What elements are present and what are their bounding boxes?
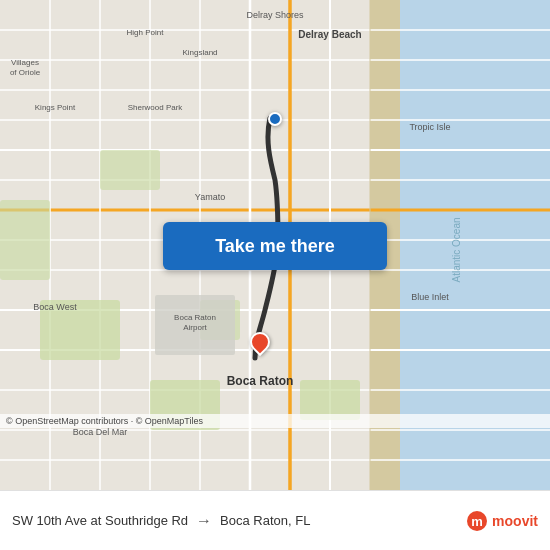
svg-text:Yamato: Yamato xyxy=(195,192,225,202)
svg-text:m: m xyxy=(471,514,483,529)
svg-text:Boca Raton: Boca Raton xyxy=(174,313,216,322)
moovit-logo: m moovit xyxy=(466,510,538,532)
svg-rect-28 xyxy=(100,150,160,190)
svg-text:Kings Point: Kings Point xyxy=(35,103,76,112)
svg-text:Tropic Isle: Tropic Isle xyxy=(409,122,450,132)
map-attribution: © OpenStreetMap contributors · © OpenMap… xyxy=(0,414,550,428)
moovit-icon: m xyxy=(466,510,488,532)
take-me-there-button[interactable]: Take me there xyxy=(163,222,387,270)
origin-label: SW 10th Ave at Southridge Rd xyxy=(12,513,188,528)
svg-text:Villages: Villages xyxy=(11,58,39,67)
arrow-icon: → xyxy=(196,512,212,530)
bottom-bar: SW 10th Ave at Southridge Rd → Boca Rato… xyxy=(0,490,550,550)
svg-text:Boca West: Boca West xyxy=(33,302,77,312)
svg-text:Boca Raton: Boca Raton xyxy=(227,374,294,388)
svg-text:Blue Inlet: Blue Inlet xyxy=(411,292,449,302)
svg-text:Boca Del Mar: Boca Del Mar xyxy=(73,427,128,437)
moovit-logo-text: moovit xyxy=(492,513,538,529)
destination-marker xyxy=(250,332,270,352)
svg-text:Delray Beach: Delray Beach xyxy=(298,29,361,40)
svg-text:Kingsland: Kingsland xyxy=(182,48,217,57)
destination-label: Boca Raton, FL xyxy=(220,513,310,528)
svg-text:of Oriole: of Oriole xyxy=(10,68,41,77)
svg-text:Airport: Airport xyxy=(183,323,207,332)
map-container[interactable]: Boca Raton Airport Delray Shores High Po… xyxy=(0,0,550,490)
svg-rect-29 xyxy=(0,200,50,280)
svg-text:Delray Shores: Delray Shores xyxy=(246,10,304,20)
svg-text:Sherwood Park: Sherwood Park xyxy=(128,103,184,112)
origin-marker xyxy=(268,112,282,126)
svg-text:High Point: High Point xyxy=(127,28,165,37)
svg-text:Atlantic Ocean: Atlantic Ocean xyxy=(451,217,462,282)
